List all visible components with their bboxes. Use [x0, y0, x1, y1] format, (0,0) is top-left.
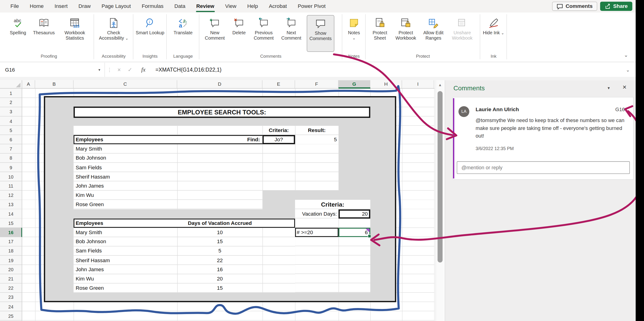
vacation-row-name[interactable]: Sam Fields — [76, 246, 176, 256]
new-comment-button[interactable]: New Comment — [202, 15, 227, 52]
row-header[interactable]: 5 — [0, 126, 22, 135]
tab-draw[interactable]: Draw — [73, 0, 96, 12]
enter-entry-icon[interactable]: ✓ — [125, 63, 134, 77]
insert-function-icon[interactable]: fx — [138, 63, 149, 77]
row-header[interactable]: 4 — [0, 116, 22, 126]
row-header-selected[interactable]: 16 — [0, 228, 22, 237]
comments-toggle-button[interactable]: Comments — [552, 2, 597, 11]
share-button[interactable]: Share — [600, 2, 632, 11]
row-header[interactable]: 23 — [0, 293, 22, 302]
tab-page-layout[interactable]: Page Layout — [96, 0, 136, 12]
vacation-row-name[interactable]: Bob Johnson — [76, 237, 176, 246]
panel-dropdown-icon[interactable]: ▾ — [608, 86, 610, 90]
comment-card[interactable]: LA Laurie Ann Ulrich G16 @tomsmythe We n… — [452, 97, 633, 180]
name-box[interactable]: G16 ▾ — [0, 63, 105, 77]
vacation-row-name[interactable]: Rose Green — [76, 284, 176, 293]
row-header[interactable]: 2 — [0, 98, 22, 107]
filter-criteria-cell[interactable]: # >=20 — [297, 228, 337, 237]
row-header[interactable]: 7 — [0, 144, 22, 154]
row-header[interactable]: 18 — [0, 246, 22, 256]
row-header[interactable]: 13 — [0, 200, 22, 209]
close-panel-icon[interactable]: × — [622, 84, 626, 91]
column-header-a[interactable]: A — [22, 80, 35, 88]
vacation-row-days[interactable]: 16 — [177, 265, 262, 274]
collapse-ribbon-icon[interactable]: ⌄ — [624, 52, 628, 58]
column-header-g[interactable]: G — [338, 80, 370, 88]
row-header[interactable]: 11 — [0, 181, 22, 190]
row-header[interactable]: 24 — [0, 302, 22, 311]
employee-name-cell[interactable]: John James — [76, 181, 176, 190]
tab-data[interactable]: Data — [169, 0, 191, 12]
delete-comment-button[interactable]: Delete — [228, 15, 250, 52]
criteria-header-cell[interactable]: Criteria: — [262, 126, 295, 135]
tab-acrobat[interactable]: Acrobat — [264, 0, 292, 12]
comment-cell-ref[interactable]: G16 — [615, 106, 625, 112]
smart-lookup-button[interactable]: i Smart Lookup — [136, 15, 165, 52]
formula-input[interactable]: =XMATCH(G14,D16:D22,1) — [156, 63, 222, 77]
find-label-cell[interactable]: Find: — [177, 135, 260, 144]
vacation-days-header-cell[interactable]: Days of Vacation Accrued — [177, 218, 262, 228]
employee-name-cell[interactable]: Sam Fields — [76, 163, 176, 172]
scroll-up-icon[interactable]: ▲ — [436, 81, 444, 88]
name-box-dropdown-icon[interactable]: ▾ — [98, 63, 100, 77]
row-header[interactable]: 9 — [0, 163, 22, 172]
row-header[interactable]: 22 — [0, 284, 22, 293]
row-header[interactable]: 10 — [0, 172, 22, 181]
row-header[interactable]: 15 — [0, 218, 22, 228]
check-accessibility-button[interactable]: Check Accessibility ⌄ — [96, 15, 132, 52]
tab-file[interactable]: File — [5, 0, 24, 12]
row-header[interactable]: 12 — [0, 190, 22, 200]
column-header-c[interactable]: C — [74, 80, 178, 88]
select-all-corner[interactable] — [0, 80, 22, 88]
sheet-title-cell[interactable]: EMPLOYEE SEARCH TOOLS: — [74, 106, 370, 118]
thesaurus-button[interactable]: Thesaurus — [31, 15, 57, 52]
employee-name-cell[interactable]: Sherif Hassam — [76, 172, 176, 181]
reply-input[interactable] — [457, 162, 630, 174]
fill-handle[interactable] — [368, 234, 371, 238]
employee-name-cell[interactable]: Mary Smith — [76, 144, 176, 154]
expand-formula-bar-icon[interactable]: ⌄ — [626, 63, 630, 77]
vacation-row-days[interactable]: 15 — [177, 237, 262, 246]
vacation-row-days[interactable]: 20 — [177, 274, 262, 284]
tab-power-pivot[interactable]: Power Pivot — [292, 0, 331, 12]
vacation-row-name[interactable]: John James — [76, 265, 176, 274]
allow-edit-ranges-button[interactable]: Allow Edit Ranges — [420, 15, 447, 52]
employee-name-cell[interactable]: Bob Johnson — [76, 154, 176, 163]
cancel-entry-icon[interactable]: × — [114, 63, 124, 77]
workbook-statistics-button[interactable]: 123 Workbook Statistics — [58, 15, 92, 52]
tab-view[interactable]: View — [220, 0, 242, 12]
row-header[interactable]: 1 — [0, 89, 22, 98]
show-comments-button[interactable]: Show Comments — [307, 15, 334, 52]
row-header[interactable]: 21 — [0, 274, 22, 284]
row-header[interactable]: 25 — [0, 311, 22, 320]
employee-name-cell[interactable]: Kim Wu — [76, 190, 176, 200]
row-header[interactable]: 17 — [0, 237, 22, 246]
spelling-button[interactable]: abc Spelling — [6, 15, 30, 52]
vacation-row-name[interactable]: Kim Wu — [76, 274, 176, 284]
column-header-d[interactable]: D — [177, 80, 262, 88]
column-header-i[interactable]: I — [402, 80, 434, 88]
worksheet-grid[interactable]: EMPLOYEE SEARCH TOOLS: Criteria: Result:… — [0, 89, 444, 321]
column-header-b[interactable]: B — [35, 80, 74, 88]
tab-home[interactable]: Home — [24, 0, 49, 12]
column-header-f[interactable]: F — [295, 80, 338, 88]
row-header[interactable]: 6 — [0, 135, 22, 144]
tab-help[interactable]: Help — [242, 0, 263, 12]
employee-name-cell[interactable]: Rose Green — [76, 200, 176, 209]
vacation-row-days[interactable]: 15 — [177, 284, 262, 293]
notes-button[interactable]: Notes⌄ — [344, 15, 364, 52]
column-header-h[interactable]: H — [370, 80, 402, 88]
vertical-scrollbar[interactable]: ▲ — [435, 80, 444, 321]
row-header[interactable]: 8 — [0, 154, 22, 163]
result-value-cell[interactable]: 5 — [295, 135, 337, 144]
vacation-row-days[interactable]: 5 — [177, 246, 262, 256]
find-value-cell[interactable]: Jo? — [262, 135, 295, 144]
next-comment-button[interactable]: Next Comment — [278, 15, 305, 52]
vacation-row-days[interactable]: 22 — [177, 256, 262, 265]
match-value-cell[interactable]: 6 — [338, 228, 368, 237]
row-header[interactable]: 20 — [0, 265, 22, 274]
row-header[interactable]: 3 — [0, 107, 22, 116]
row-header[interactable]: 14 — [0, 209, 22, 218]
tab-review[interactable]: Review — [191, 0, 220, 12]
vacation-row-days[interactable]: 10 — [177, 228, 262, 237]
